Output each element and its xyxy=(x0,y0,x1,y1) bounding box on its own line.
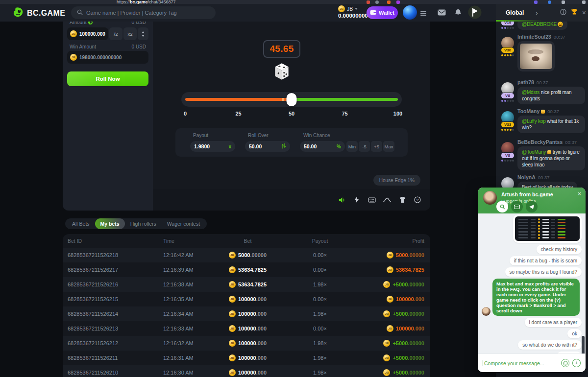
browser-toolbar-icon[interactable] xyxy=(562,0,565,4)
agent-bubble: Max bet and max profits are visible in t… xyxy=(492,279,580,316)
trophy-icon[interactable] xyxy=(571,8,578,17)
chevron-right-icon[interactable]: › xyxy=(536,9,538,17)
attach-icon[interactable]: + xyxy=(572,359,581,367)
table-row[interactable]: 68285367211526212 12:16:32 AM JB100000.0… xyxy=(63,336,430,351)
extension-icon[interactable] xyxy=(375,0,379,4)
double-bet-button[interactable]: x2 xyxy=(123,27,137,40)
bet-payout: 0.00× xyxy=(313,252,327,258)
volume-icon[interactable] xyxy=(338,196,345,204)
table-row[interactable]: 68285367211526216 12:16:38 AM JB53634.78… xyxy=(63,277,430,292)
fairness-icon[interactable] xyxy=(398,196,406,204)
browser-toolbar-icon[interactable] xyxy=(548,0,551,4)
bet-controls: Amount 0 USD JB 100000.00000000 /2 x2 Wi… xyxy=(63,18,153,211)
chat-room-title[interactable]: Global xyxy=(506,9,524,16)
table-row[interactable]: 68285367211526211 12:16:31 AM JB100000.0… xyxy=(63,351,430,365)
user-mention[interactable]: @TooMany xyxy=(522,149,546,155)
bet-profit: JB100000.000 xyxy=(387,325,430,332)
tab-all-bets[interactable]: All Bets xyxy=(67,218,95,229)
slider-thumb[interactable] xyxy=(287,93,297,106)
chat-message: V8 BeBeBeckyPantss00:37@TooMany tryin to… xyxy=(500,139,585,170)
search-input[interactable]: Game name | Provider | Category Tag xyxy=(71,6,216,19)
slider-track[interactable] xyxy=(185,98,398,101)
search-placeholder: Game name | Provider | Category Tag xyxy=(86,10,177,16)
table-row[interactable]: 68285367211526218 12:16:42 AM JB5000.000… xyxy=(63,248,430,262)
chat-timestamp: 00:37 xyxy=(554,34,565,40)
chat-username[interactable]: NolynA00:37 xyxy=(517,174,585,180)
bets-table: Bet ID Time Bet Payout Profit 6828536721… xyxy=(63,234,430,377)
wallet-button[interactable]: Wallet xyxy=(367,6,398,19)
roll-now-button[interactable]: Roll Now xyxy=(67,71,148,86)
payout-input[interactable]: 1.9800 x xyxy=(190,141,235,152)
min-button[interactable]: Min xyxy=(346,141,358,152)
swap-icon[interactable] xyxy=(281,142,286,151)
chat-image[interactable] xyxy=(520,44,552,69)
amount-input[interactable]: JB 100000.00000000 xyxy=(67,27,108,40)
chat-username[interactable]: BeBeBeckyPantss00:37 xyxy=(517,139,585,145)
game-toolbar: ? xyxy=(153,189,430,211)
chat-username[interactable]: InfiniteSoul2300:37 xyxy=(517,34,585,40)
table-row[interactable]: 68285367211526215 12:16:35 AM JB100000.0… xyxy=(63,292,430,306)
extension-icon[interactable] xyxy=(387,0,391,4)
live-stats-icon[interactable] xyxy=(383,196,391,204)
bc-game-logo[interactable]: BC.GAME xyxy=(13,7,65,20)
compose-input[interactable]: Compose your message... xyxy=(483,360,561,366)
user-avatar[interactable] xyxy=(403,5,417,20)
table-row[interactable]: 68285367211526214 12:16:34 AM JB100000.0… xyxy=(63,306,430,321)
help-icon[interactable]: ? xyxy=(414,196,421,204)
bet-id: 68285367211526218 xyxy=(63,252,163,258)
tab-my-bets[interactable]: My bets xyxy=(95,218,125,229)
max-button[interactable]: Max xyxy=(383,141,394,152)
user-mention[interactable]: @DEADBROKE xyxy=(522,22,557,27)
promo-icon[interactable] xyxy=(468,5,482,21)
user-menu-icon[interactable] xyxy=(420,10,426,17)
level-dot xyxy=(501,100,503,102)
chat-user-rank: V8 xyxy=(500,142,515,170)
user-mention[interactable]: @Luffy kop xyxy=(522,118,546,124)
close-icon[interactable]: × xyxy=(578,190,581,197)
win-chance-input[interactable]: 50.00 % xyxy=(300,141,345,152)
mail-icon[interactable] xyxy=(438,9,446,18)
close-icon[interactable]: × xyxy=(582,9,586,16)
emoji-icon[interactable] xyxy=(561,359,569,367)
amount-stepper[interactable] xyxy=(138,27,148,40)
browser-toolbar-icon[interactable] xyxy=(534,0,538,4)
multiplier-suffix: x xyxy=(228,144,231,149)
minus5-button[interactable]: -5 xyxy=(359,141,370,152)
chat-username[interactable]: TooMany00:37 xyxy=(517,108,585,114)
support-mail-icon[interactable] xyxy=(511,201,523,212)
roll-slider[interactable] xyxy=(181,92,402,107)
support-search-icon[interactable] xyxy=(496,201,508,212)
step-up-icon[interactable] xyxy=(142,31,145,33)
telegram-icon[interactable] xyxy=(526,201,538,212)
tab-high-rollers[interactable]: High rollers xyxy=(125,218,162,229)
level-dot xyxy=(504,27,506,29)
bell-icon[interactable] xyxy=(455,9,462,18)
attached-screenshot[interactable] xyxy=(513,214,582,243)
bet-id: 68285367211526211 xyxy=(63,355,163,361)
table-row[interactable]: 68285367211526213 12:16:33 AM JB100000.0… xyxy=(63,321,430,336)
extension-icon[interactable] xyxy=(396,0,400,4)
table-row[interactable]: 68285367211526217 12:16:39 AM JB53634.78… xyxy=(63,262,430,277)
dice-icon xyxy=(271,62,292,84)
table-row[interactable]: 68285367211526210 12:16:30 AM JB100000.0… xyxy=(63,365,430,377)
address-bar[interactable]: https://bc.game/chat/3456877 xyxy=(117,0,176,4)
info-icon[interactable] xyxy=(560,8,566,17)
coin-icon: JB xyxy=(383,354,390,361)
chat-username[interactable]: path7800:37 xyxy=(517,79,585,85)
half-bet-button[interactable]: /2 xyxy=(109,27,122,40)
turbo-icon[interactable] xyxy=(353,196,361,204)
roll-over-input[interactable]: 50.00 xyxy=(245,141,290,152)
col-time: Time xyxy=(163,238,212,244)
bet-time: 12:16:35 AM xyxy=(163,296,212,302)
level-dot xyxy=(507,54,509,56)
user-mention[interactable]: @Mdsrs xyxy=(522,90,539,95)
hotkeys-icon[interactable] xyxy=(368,196,376,204)
chat-message: V8 path7800:37@Mdsrs nice profit man con… xyxy=(500,79,585,104)
tab-wager-contest[interactable]: Wager contest xyxy=(162,218,205,229)
medal-icon xyxy=(541,110,545,114)
browser-menu-icon[interactable] xyxy=(582,0,586,4)
extension-icon[interactable] xyxy=(367,0,370,4)
plus5-button[interactable]: +5 xyxy=(371,141,382,152)
chat-image-bubble[interactable] xyxy=(517,41,555,71)
step-down-icon[interactable] xyxy=(142,35,145,37)
